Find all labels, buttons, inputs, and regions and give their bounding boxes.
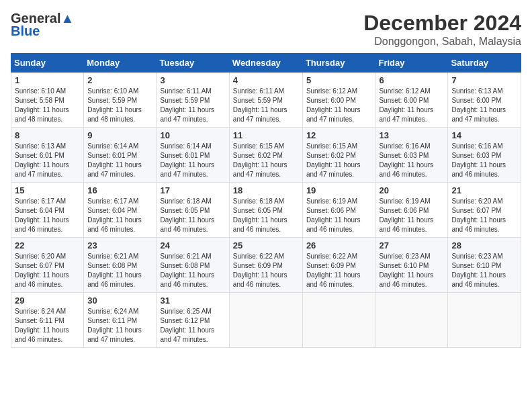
calendar-day-15: 15Sunrise: 6:17 AMSunset: 6:04 PMDayligh… xyxy=(11,183,84,238)
calendar-day-26: 26Sunrise: 6:22 AMSunset: 6:09 PMDayligh… xyxy=(302,238,375,293)
calendar-empty-cell xyxy=(229,293,302,348)
calendar-day-8: 8Sunrise: 6:13 AMSunset: 6:01 PMDaylight… xyxy=(11,128,84,183)
header-friday: Friday xyxy=(375,54,448,73)
logo: General▲ Blue xyxy=(11,11,74,39)
page-title: December 2024 xyxy=(363,11,521,36)
calendar-day-7: 7Sunrise: 6:13 AMSunset: 6:00 PMDaylight… xyxy=(448,73,521,128)
calendar-empty-cell xyxy=(448,293,521,348)
calendar-day-11: 11Sunrise: 6:15 AMSunset: 6:02 PMDayligh… xyxy=(229,128,302,183)
logo-subtext: Blue xyxy=(11,24,40,39)
header-monday: Monday xyxy=(84,54,157,73)
header-thursday: Thursday xyxy=(302,54,375,73)
header-saturday: Saturday xyxy=(448,54,521,73)
calendar-day-6: 6Sunrise: 6:12 AMSunset: 6:00 PMDaylight… xyxy=(375,73,448,128)
page-header: General▲ Blue December 2024 Donggongon, … xyxy=(11,11,521,48)
calendar-day-19: 19Sunrise: 6:19 AMSunset: 6:06 PMDayligh… xyxy=(302,183,375,238)
calendar-empty-cell xyxy=(375,293,448,348)
calendar-day-27: 27Sunrise: 6:23 AMSunset: 6:10 PMDayligh… xyxy=(375,238,448,293)
header-sunday: Sunday xyxy=(11,54,84,73)
calendar-day-23: 23Sunrise: 6:21 AMSunset: 6:08 PMDayligh… xyxy=(84,238,157,293)
calendar-empty-cell xyxy=(302,293,375,348)
calendar-day-21: 21Sunrise: 6:20 AMSunset: 6:07 PMDayligh… xyxy=(448,183,521,238)
calendar-day-24: 24Sunrise: 6:21 AMSunset: 6:08 PMDayligh… xyxy=(157,238,229,293)
calendar-day-25: 25Sunrise: 6:22 AMSunset: 6:09 PMDayligh… xyxy=(229,238,302,293)
header-tuesday: Tuesday xyxy=(157,54,229,73)
calendar-day-3: 3Sunrise: 6:11 AMSunset: 5:59 PMDaylight… xyxy=(157,73,229,128)
calendar-day-30: 30Sunrise: 6:24 AMSunset: 6:11 PMDayligh… xyxy=(84,293,157,348)
calendar-day-29: 29Sunrise: 6:24 AMSunset: 6:11 PMDayligh… xyxy=(11,293,84,348)
calendar-day-10: 10Sunrise: 6:14 AMSunset: 6:01 PMDayligh… xyxy=(157,128,229,183)
header-wednesday: Wednesday xyxy=(229,54,302,73)
calendar-day-12: 12Sunrise: 6:15 AMSunset: 6:02 PMDayligh… xyxy=(302,128,375,183)
calendar-day-14: 14Sunrise: 6:16 AMSunset: 6:03 PMDayligh… xyxy=(448,128,521,183)
calendar-day-31: 31Sunrise: 6:25 AMSunset: 6:12 PMDayligh… xyxy=(157,293,229,348)
calendar-day-22: 22Sunrise: 6:20 AMSunset: 6:07 PMDayligh… xyxy=(11,238,84,293)
calendar-day-28: 28Sunrise: 6:23 AMSunset: 6:10 PMDayligh… xyxy=(448,238,521,293)
calendar-day-13: 13Sunrise: 6:16 AMSunset: 6:03 PMDayligh… xyxy=(375,128,448,183)
title-area: December 2024 Donggongon, Sabah, Malaysi… xyxy=(363,11,521,48)
calendar-day-9: 9Sunrise: 6:14 AMSunset: 6:01 PMDaylight… xyxy=(84,128,157,183)
calendar-table: Sunday Monday Tuesday Wednesday Thursday… xyxy=(11,53,521,348)
calendar-day-18: 18Sunrise: 6:18 AMSunset: 6:05 PMDayligh… xyxy=(229,183,302,238)
calendar-header-row: Sunday Monday Tuesday Wednesday Thursday… xyxy=(11,54,521,73)
calendar-day-20: 20Sunrise: 6:19 AMSunset: 6:06 PMDayligh… xyxy=(375,183,448,238)
page-subtitle: Donggongon, Sabah, Malaysia xyxy=(363,36,521,48)
calendar-day-2: 2Sunrise: 6:10 AMSunset: 5:59 PMDaylight… xyxy=(84,73,157,128)
calendar-day-1: 1Sunrise: 6:10 AMSunset: 5:58 PMDaylight… xyxy=(11,73,84,128)
calendar-day-17: 17Sunrise: 6:18 AMSunset: 6:05 PMDayligh… xyxy=(157,183,229,238)
calendar-day-4: 4Sunrise: 6:11 AMSunset: 5:59 PMDaylight… xyxy=(229,73,302,128)
calendar-day-5: 5Sunrise: 6:12 AMSunset: 6:00 PMDaylight… xyxy=(302,73,375,128)
calendar-day-16: 16Sunrise: 6:17 AMSunset: 6:04 PMDayligh… xyxy=(84,183,157,238)
